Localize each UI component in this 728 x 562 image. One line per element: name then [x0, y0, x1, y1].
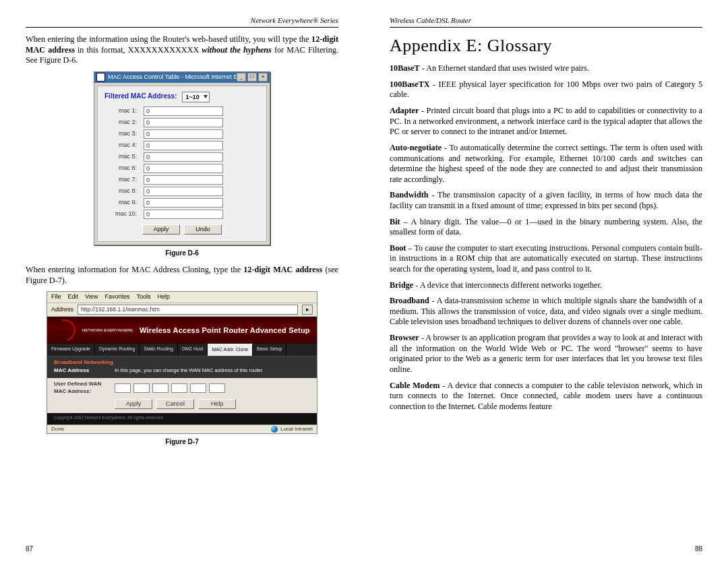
- mac-input[interactable]: 0: [144, 164, 223, 173]
- text: in this format, XXXXXXXXXXXX: [75, 45, 202, 55]
- hex-input-group: 000000000000: [115, 383, 225, 393]
- mac-input[interactable]: 0: [144, 210, 223, 219]
- help-button[interactable]: Help: [198, 399, 236, 410]
- mac-input[interactable]: 0: [144, 198, 223, 208]
- hex-input[interactable]: 00: [190, 383, 206, 393]
- mac-input[interactable]: 0: [144, 129, 223, 139]
- running-header-right: Wireless Cable/DSL Router: [390, 16, 702, 28]
- menu-item[interactable]: File: [51, 293, 61, 301]
- figure-d7-caption: Figure D-7: [165, 438, 198, 447]
- user-defined-label: User Defined WAN MAC Address:: [54, 381, 108, 394]
- router-tab[interactable]: Basic Setup: [253, 344, 286, 356]
- glossary-term: Bridge: [390, 280, 413, 290]
- text: When entering the information using the …: [26, 34, 311, 44]
- figure-d6-caption: Figure D-6: [165, 249, 198, 258]
- menu-item[interactable]: Help: [157, 293, 170, 301]
- mac-row-label: mac 9:: [104, 199, 137, 207]
- filtered-range-select[interactable]: 1~10: [182, 92, 209, 102]
- glossary-definition: - An Ethernet standard that uses twisted…: [420, 63, 589, 73]
- apply-button[interactable]: Apply: [115, 399, 152, 410]
- router-tab[interactable]: Firmware Upgrade: [47, 344, 95, 356]
- address-label: Address: [51, 306, 73, 314]
- menu-item[interactable]: Favorites: [104, 293, 129, 301]
- address-input[interactable]: http://192.168.1.1/wanmac.htm: [78, 305, 298, 315]
- router-banner: NETWORK EVERYWHERE Wireless Access Point…: [47, 317, 317, 344]
- go-button[interactable]: ▸: [302, 305, 313, 315]
- text-italic: without the hyphens: [202, 45, 272, 55]
- mac-address-desc: In this page, you can change the WAN MAC…: [115, 367, 264, 374]
- mac-row-label: mac 5:: [104, 153, 137, 161]
- glossary-entry: Bit – A binary digit. The value—0 or 1—u…: [390, 217, 702, 238]
- menu-item[interactable]: Edit: [68, 293, 79, 301]
- mac-row: mac 2:0: [104, 118, 260, 127]
- glossary-term: 10BaseT: [390, 63, 420, 73]
- router-tab-bar: Firmware UpgradeDynamic RoutingStatic Ro…: [47, 344, 317, 356]
- window-buttons: _ □ ×: [237, 73, 268, 82]
- mac-input[interactable]: 0: [144, 118, 223, 127]
- mac-row: mac 3:0: [104, 129, 260, 139]
- router-title: Wireless Access Point Router Advanced Se…: [140, 325, 310, 335]
- glossary-definition: - The transmission capacity of a given f…: [390, 190, 702, 210]
- hex-input[interactable]: 00: [115, 383, 131, 393]
- mac-row-label: mac 10:: [104, 210, 137, 218]
- mac-input[interactable]: 0: [144, 106, 223, 116]
- status-right: Local intranet: [280, 426, 313, 433]
- menu-item[interactable]: Tools: [136, 293, 150, 301]
- router-footer: Copyright 2002 Network Everywhere. All r…: [47, 413, 317, 424]
- mac-row-label: mac 8:: [104, 187, 137, 195]
- page-left: Network Everywhere® Series When entering…: [0, 0, 364, 562]
- minimize-button[interactable]: _: [237, 73, 246, 82]
- glossary-term: Bandwidth: [390, 190, 429, 199]
- router-section-dark: Broadband Networking MAC Address In this…: [47, 356, 317, 378]
- hex-input[interactable]: 00: [171, 383, 187, 393]
- glossary-term: Boot: [390, 243, 406, 253]
- dialog-body: Filtered MAC Address: 1~10 mac 1:0mac 2:…: [97, 86, 267, 243]
- mac-input[interactable]: 0: [144, 187, 223, 196]
- mac-row: mac 6:0: [104, 164, 260, 173]
- maximize-button[interactable]: □: [247, 73, 257, 82]
- close-button[interactable]: ×: [258, 73, 268, 82]
- router-tab[interactable]: Dynamic Routing: [95, 344, 140, 356]
- glossary-entries: 10BaseT - An Ethernet standard that uses…: [390, 63, 702, 412]
- logo-icon: [50, 315, 80, 345]
- page-left-body: When entering the information using the …: [26, 34, 338, 551]
- browser-status-bar: Done Local intranet: [47, 425, 317, 433]
- glossary-entry: Bridge - A device that interconnects dif…: [390, 280, 702, 291]
- mac-input[interactable]: 0: [144, 152, 223, 162]
- router-tab[interactable]: DMZ Host: [178, 344, 208, 356]
- menu-item[interactable]: View: [85, 293, 98, 301]
- glossary-term: Adapter: [390, 106, 419, 115]
- glossary-entry: Boot – To cause the computer to start ex…: [390, 243, 702, 275]
- mac-input[interactable]: 0: [144, 141, 223, 150]
- browser-address-bar: Address http://192.168.1.1/wanmac.htm ▸: [47, 303, 317, 317]
- hex-input[interactable]: 00: [152, 383, 169, 393]
- undo-button[interactable]: Undo: [184, 224, 222, 235]
- cancel-button[interactable]: Cancel: [156, 399, 194, 410]
- hex-input[interactable]: 00: [133, 383, 150, 393]
- router-tab[interactable]: Static Routing: [140, 344, 178, 356]
- browser-menu-bar: FileEditViewFavoritesToolsHelp: [47, 292, 317, 303]
- glossary-term: Browser: [390, 333, 419, 342]
- mac-row-label: mac 1:: [104, 107, 137, 115]
- glossary-entry: Adapter - Printed circuit board that plu…: [390, 106, 702, 137]
- router-tab[interactable]: MAC Addr. Clone: [208, 344, 253, 356]
- dialog-title-bar: MAC Access Control Table - Microsoft Int…: [94, 72, 270, 83]
- mac-row: mac 9:0: [104, 198, 260, 208]
- glossary-term: Bit: [390, 217, 400, 226]
- mac-input[interactable]: 0: [144, 175, 223, 185]
- mac-row: mac 8:0: [104, 187, 260, 196]
- hex-input[interactable]: 00: [209, 383, 225, 393]
- mac-row-label: mac 4:: [104, 142, 137, 150]
- apply-button[interactable]: Apply: [142, 224, 180, 235]
- text: When entering information for MAC Addres…: [26, 265, 243, 274]
- glossary-term: Auto-negotiate: [390, 143, 442, 152]
- router-button-row: Apply Cancel Help: [115, 399, 311, 410]
- page-number-left: 87: [26, 545, 33, 553]
- mac-access-dialog: MAC Access Control Table - Microsoft Int…: [94, 71, 270, 246]
- status-left: Done: [51, 426, 64, 433]
- glossary-term: Cable Modem: [390, 381, 439, 390]
- glossary-entry: Auto-negotiate - To automatically determ…: [390, 143, 702, 185]
- mac-rows-container: mac 1:0mac 2:0mac 3:0mac 4:0mac 5:0mac 6…: [104, 106, 260, 219]
- figure-d7: FileEditViewFavoritesToolsHelp Address h…: [26, 291, 338, 446]
- page-right-body: Appendix E: Glossary 10BaseT - An Ethern…: [390, 34, 702, 551]
